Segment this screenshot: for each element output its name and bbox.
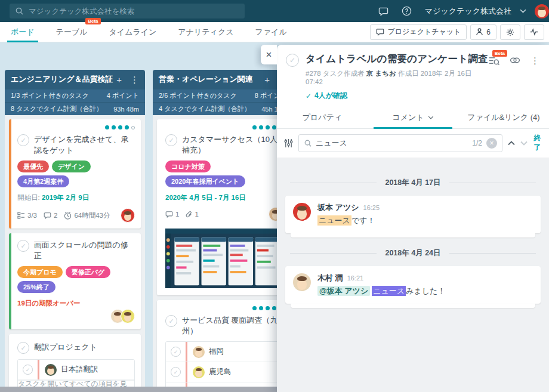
comment-icon — [44, 212, 51, 219]
label-pill[interactable]: 4月第2週案件 — [17, 175, 69, 187]
comment-stack-shadow — [291, 233, 535, 237]
comment-search-input[interactable] — [316, 138, 468, 147]
filter-icon[interactable] — [284, 138, 293, 148]
start-date: 開始日: 2019年 2月 9日 — [17, 193, 135, 202]
project-navbar: ボード テーブルBeta タイムライン アナリティクス ファイル プロジェクトチ… — [0, 22, 549, 42]
label-pill[interactable]: デザイン — [52, 160, 91, 172]
assignee-avatar[interactable] — [121, 208, 135, 223]
task-card-customer-success[interactable]: ✓ カスタマーサクセス（10人補充） コロナ対策 2020年春採用イベント 20… — [157, 119, 289, 295]
comment-icon — [165, 211, 173, 218]
check-circle-icon[interactable]: ✓ — [165, 315, 177, 327]
search-icon — [304, 140, 311, 147]
close-panel-button[interactable]: × — [261, 45, 277, 64]
task-card-service-quality[interactable]: ✓ サービス品質 覆面調査（九州） ✓ 福岡 ✓ 鹿児島 — [157, 300, 289, 392]
comment-body: ニュースです！ — [317, 215, 380, 227]
search-comments-icon[interactable]: Beta — [489, 56, 499, 66]
subtask-avatar — [193, 346, 205, 358]
tab-comments[interactable]: コメント — [368, 106, 458, 128]
task-title: サービス品質 覆面調査（九州） — [182, 315, 283, 336]
label-pill[interactable]: 要修正バグ — [66, 266, 111, 278]
topbar: マジックテック株式会社 — [0, 0, 549, 22]
global-search[interactable] — [10, 4, 245, 18]
confirmed-status[interactable]: ✓ 4人が確認 — [306, 91, 489, 101]
task-title: 翻訳プロジェクト — [34, 342, 97, 353]
comment-item[interactable]: 坂本 アツシ16:25 ニュースです！ — [285, 196, 541, 233]
help-icon[interactable] — [402, 6, 412, 16]
comment-author[interactable]: 木村 潤 — [317, 273, 343, 282]
subtask-group: ✓ 福岡 ✓ 鹿児島 ✓ 熊本 — [165, 341, 283, 392]
column-header[interactable]: エンジニアリング＆品質検証 + ⋮ — [5, 70, 145, 89]
global-search-input[interactable] — [29, 7, 239, 16]
check-circle-icon[interactable]: ✓ — [171, 347, 181, 357]
subtask-item[interactable]: ✓ 日本語翻訳 — [18, 360, 134, 380]
label-pill[interactable]: 2020年春採用イベント — [165, 175, 245, 187]
tab-analytics[interactable]: アナリティクス — [178, 22, 233, 42]
subtask-item[interactable]: ✓ 鹿児島 — [166, 362, 282, 382]
check-circle-icon[interactable]: ✓ — [23, 365, 33, 375]
subtask-item[interactable]: ✓ 福岡 — [166, 342, 282, 362]
chevron-down-icon[interactable] — [520, 9, 526, 13]
end-search-button[interactable]: 終了 — [533, 134, 542, 152]
project-chat-button[interactable]: プロジェクトチャット — [370, 24, 467, 40]
settings-button[interactable] — [500, 24, 520, 40]
check-circle-icon[interactable]: ✓ — [17, 240, 29, 252]
tab-files-links[interactable]: ファイル&リンク (4) — [458, 106, 549, 128]
label-pill[interactable]: 25%終了 — [17, 281, 55, 293]
chat-icon — [376, 28, 384, 36]
points-indicator — [17, 125, 135, 129]
check-circle-icon[interactable]: ✓ — [165, 134, 177, 146]
comment-author[interactable]: 坂本 アツシ — [317, 203, 359, 212]
user-avatar[interactable] — [535, 4, 549, 18]
comment-avatar — [293, 203, 311, 221]
date-range: 2020年 4月 5日 - 7月 16日 — [165, 193, 283, 202]
tab-board[interactable]: ボード — [11, 22, 35, 42]
task-title: デザインを完成させて、承認をゲット — [34, 134, 135, 155]
task-card-scroll-fix[interactable]: ✓ 画面スクロールの問題の修正 今期プロモ 要修正バグ 25%終了 19日の期限… — [9, 233, 141, 329]
column-header[interactable]: 営業・オペレーション関連 + ⋮ — [153, 70, 293, 89]
assignee-avatar[interactable] — [121, 309, 135, 323]
comment-stack-shadow — [291, 304, 535, 308]
tab-files[interactable]: ファイル — [255, 22, 287, 42]
check-circle-icon[interactable]: ✓ — [17, 134, 29, 146]
comment-count: 2 — [44, 212, 57, 219]
task-card-design[interactable]: ✓ デザインを完成させて、承認をゲット 最優先 デザイン 4月第2週案件 開始日… — [9, 119, 141, 229]
more-menu-icon[interactable]: ⋮ — [531, 56, 539, 65]
board-column-engineering: エンジニアリング＆品質検証 + ⋮ 1/3 ポイント付きのタスク 4 ポイント … — [5, 70, 145, 392]
scrollbar-thumb[interactable] — [0, 387, 277, 392]
next-match-button[interactable] — [520, 141, 528, 146]
activity-button[interactable] — [524, 24, 544, 40]
org-name[interactable]: マジックテック株式会社 — [425, 6, 511, 17]
check-icon: ✓ — [306, 92, 311, 100]
label-pill[interactable]: コロナ対策 — [165, 160, 211, 172]
attachment-thumbnail[interactable] — [165, 227, 283, 289]
previous-match-button[interactable] — [508, 141, 515, 146]
label-pill[interactable]: 最優先 — [17, 160, 49, 172]
add-task-icon[interactable]: + — [264, 75, 270, 84]
label-pill[interactable]: 今期プロモ — [17, 266, 63, 278]
link-icon[interactable] — [510, 56, 520, 64]
column-menu-icon[interactable]: ⋮ — [130, 75, 139, 84]
task-card-translation[interactable]: ✓ 翻訳プロジェクト ✓ 日本語翻訳 タスクを開いてすべての項目を見る 2020… — [9, 334, 141, 392]
check-circle-icon[interactable]: ✓ — [17, 342, 29, 354]
mention-chip[interactable]: @坂本 アツシ — [317, 286, 370, 296]
chat-icon[interactable] — [378, 7, 388, 16]
task-title: タイムトラベルの需要のアンケート調査 — [306, 53, 489, 66]
add-task-icon[interactable]: + — [116, 75, 122, 84]
clear-search-button[interactable]: × — [486, 138, 497, 149]
subtask-color-bar — [186, 342, 187, 362]
points-indicator — [165, 306, 283, 310]
tab-properties[interactable]: プロパティ — [277, 106, 368, 128]
comment-search-input-box[interactable]: 1/2 × — [298, 134, 502, 152]
match-count: 1/2 — [472, 139, 482, 147]
check-circle-icon[interactable]: ✓ — [171, 367, 181, 377]
comment-item[interactable]: 木村 潤16:21 @坂本 アツシニュースみました！ — [285, 266, 541, 304]
pulse-icon — [530, 28, 538, 36]
checklist-icon — [17, 212, 25, 219]
members-button[interactable]: 6 — [470, 24, 496, 40]
horizontal-scrollbar[interactable] — [0, 387, 277, 392]
column-title: 営業・オペレーション関連 — [159, 74, 253, 85]
tab-table[interactable]: テーブルBeta — [56, 22, 88, 42]
check-circle-icon[interactable]: ✓ — [286, 54, 299, 67]
tab-timeline[interactable]: タイムライン — [109, 22, 157, 42]
task-title: 画面スクロールの問題の修正 — [34, 240, 135, 261]
